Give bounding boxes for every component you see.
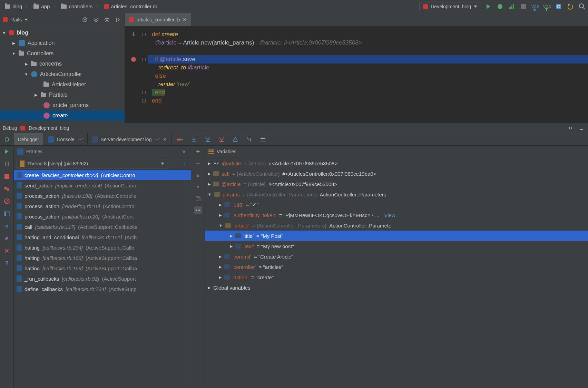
debug-button[interactable] [496, 3, 504, 10]
undo-button[interactable] [567, 3, 574, 10]
frame-row[interactable]: _run_callbacks [callbacks.rb:92] (Active… [14, 273, 191, 284]
frame-row[interactable]: halting [callbacks.rb:234] (ActiveSuppor… [14, 242, 191, 253]
project-tree[interactable]: ▼blog ▶Application ▼Controllers ▶concern… [0, 26, 125, 123]
mute-breakpoints-button[interactable] [3, 197, 11, 205]
frame-list[interactable]: create [articles_controller.rb:23] (Arti… [14, 170, 191, 388]
debug-settings-button[interactable] [567, 124, 574, 132]
rerun-button[interactable] [0, 133, 14, 145]
frame-row[interactable]: send_action [implicit_render.rb:4] (Acti… [14, 180, 191, 191]
locate-button[interactable] [81, 16, 89, 23]
collapse-all-button[interactable] [92, 16, 100, 23]
step-into-button[interactable] [204, 136, 212, 143]
frame-row[interactable]: halting [callbacks.rb:169] (ActiveSuppor… [14, 253, 191, 263]
pause-button[interactable] [3, 160, 11, 168]
layout-button[interactable] [3, 210, 11, 217]
close-icon[interactable]: ✕ [163, 137, 167, 142]
tree-articles-helper[interactable]: ArticlesHelper [0, 79, 125, 90]
fold-icon[interactable] [142, 33, 146, 36]
tree-concerns[interactable]: ▶concerns [0, 59, 125, 69]
var-global[interactable]: ▶ Global variables [205, 282, 588, 293]
up-button[interactable]: ▲ [194, 171, 202, 179]
frame-row[interactable]: define_callbacks [callbacks.rb:734] (Act… [14, 284, 191, 294]
breakpoint-icon[interactable] [131, 57, 136, 62]
run-button[interactable] [484, 3, 492, 10]
fold-gutter[interactable] [142, 26, 148, 123]
tree-article-params[interactable]: article_params [0, 100, 125, 110]
code-content[interactable]: def create @article = Article.new(articl… [148, 26, 588, 123]
step-out-button[interactable] [232, 136, 239, 143]
var-commit[interactable]: ▶ 'commit' = "Create Article" [205, 251, 588, 262]
show-watches-button[interactable]: 👓 [194, 206, 202, 214]
tree-articles-controller[interactable]: ▼ArticlesController [0, 69, 125, 79]
tree-create[interactable]: create [0, 110, 125, 121]
prev-frame-button[interactable]: ↑ [170, 160, 178, 167]
close-icon[interactable]: ✕ [183, 17, 187, 22]
var-action[interactable]: ▶ 'action' = "create" [205, 272, 588, 282]
settings-button[interactable] [3, 222, 11, 230]
fold-icon[interactable] [142, 58, 146, 61]
tree-controllers[interactable]: ▼Controllers [0, 48, 125, 59]
stop-button[interactable] [3, 173, 11, 180]
var-self[interactable]: ▶ self = {ArticlesController} #<Articles… [205, 168, 588, 179]
override-icon[interactable] [131, 32, 136, 37]
editor-gutter[interactable] [125, 26, 142, 123]
code-editor[interactable]: def create @article = Article.new(articl… [125, 26, 588, 123]
run-config-selector[interactable]: Development: blog [419, 2, 481, 11]
var-params[interactable]: ▼ params = {ActionController::Parameters… [205, 189, 588, 200]
crumb-file[interactable]: articles_controller.rb [101, 2, 160, 11]
pin-button[interactable] [3, 235, 11, 242]
tab-articles-controller[interactable]: articles_controller.rb ✕ [125, 13, 191, 26]
frame-row[interactable]: halting [callbacks.rb:169] (ActiveSuppor… [14, 263, 191, 273]
frame-row[interactable]: call [callbacks.rb:117] (ActiveSupport::… [14, 222, 191, 232]
settings-button[interactable] [103, 16, 111, 23]
tab-console[interactable]: Console→' [44, 133, 88, 145]
var-title[interactable]: ▶ 'title' = "My Post" [205, 231, 588, 241]
frame-row[interactable]: process_action [callbacks.rb:20] (Abstra… [14, 211, 191, 222]
remove-watch-button[interactable]: − [194, 159, 202, 167]
add-watch-button[interactable]: + [194, 148, 202, 155]
resume-button[interactable] [3, 148, 11, 155]
close-button[interactable]: ✕ [3, 247, 11, 255]
var-article-param[interactable]: ▼ 'article' = {ActionController::Paramet… [205, 220, 588, 231]
rails-view-selector[interactable]: Rails [3, 17, 78, 22]
vcs-push-button[interactable]: VCS [543, 3, 551, 10]
var-article-watch[interactable]: ▶ 👓 @article = {Article} #<Article:0x007… [205, 158, 588, 168]
var-auth-token[interactable]: ▶ 'authenticity_token' = "PjMMRewuEOKCgc… [205, 210, 588, 220]
coverage-button[interactable] [508, 3, 516, 10]
frame-row[interactable]: process_action [base.rb:198] (AbstractCo… [14, 191, 191, 201]
thread-selector[interactable]: Thread 8 [sleep] (pid 83262) [17, 159, 167, 168]
var-controller[interactable]: ▶ 'controller' = "articles" [205, 262, 588, 272]
frame-row[interactable]: process_action [rendering.rb:10] (Action… [14, 201, 191, 211]
history-button[interactable] [555, 3, 562, 10]
help-button[interactable]: ? [3, 260, 11, 267]
evaluate-button[interactable] [259, 136, 267, 143]
vcs-pull-button[interactable]: VCS [531, 3, 539, 10]
tab-server-log[interactable]: Server development log→'✕ [88, 133, 172, 145]
stop-button[interactable] [520, 3, 527, 10]
tree-partials[interactable]: ▶Partials [0, 90, 125, 100]
crumb-controllers[interactable]: controllers [58, 2, 95, 11]
view-link[interactable]: View [384, 212, 395, 218]
fold-icon[interactable] [142, 91, 146, 94]
var-text[interactable]: ▶ 'text' = "My new post" [205, 241, 588, 251]
fold-icon[interactable] [142, 99, 146, 103]
view-breakpoints-button[interactable] [3, 185, 11, 193]
step-over-button[interactable] [190, 136, 198, 143]
var-utf8[interactable]: ▶ 'utf8' = "✓" [205, 200, 588, 210]
search-button[interactable] [578, 3, 586, 10]
tree-application[interactable]: ▶Application [0, 38, 125, 48]
tab-debugger[interactable]: Debugger [14, 133, 44, 145]
var-article[interactable]: ▶ @article = {Article} #<Article:0x007f9… [205, 179, 588, 189]
frame-row[interactable]: halting_and_conditional [callbacks.rb:15… [14, 232, 191, 242]
restore-layout-button[interactable]: ⇲ [180, 148, 187, 155]
next-frame-button[interactable]: ↓ [180, 160, 188, 167]
down-button[interactable]: ▼ [194, 183, 202, 191]
hide-button[interactable] [114, 16, 122, 23]
frame-row[interactable]: create [articles_controller.rb:23] (Arti… [14, 170, 191, 180]
tree-root[interactable]: ▼blog [0, 28, 125, 38]
copy-button[interactable] [194, 195, 202, 202]
crumb-blog[interactable]: blog [2, 2, 25, 11]
run-to-cursor-button[interactable] [245, 136, 253, 143]
debug-hide-button[interactable] [578, 124, 585, 132]
crumb-app[interactable]: app [31, 2, 52, 11]
